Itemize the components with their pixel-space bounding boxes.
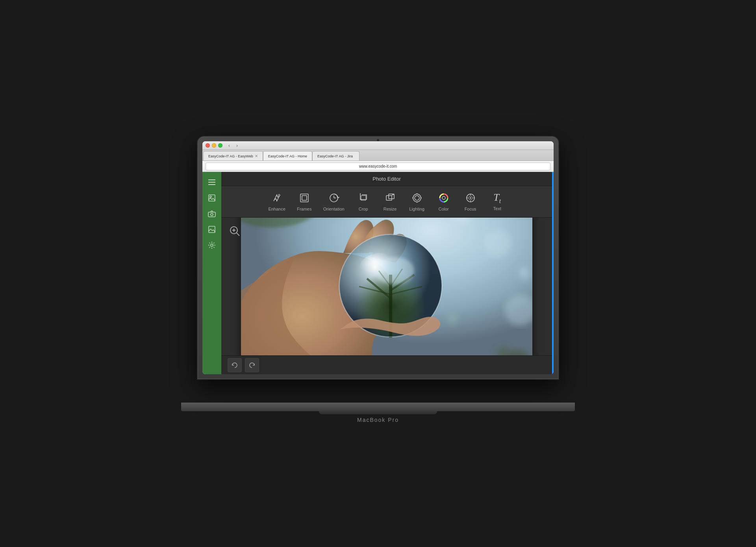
scene: ‹ › EasyCode-IT AG - EasyWeb ✕ EasyCode-… bbox=[161, 120, 595, 427]
tool-focus[interactable]: Focus bbox=[459, 190, 482, 214]
svg-point-58 bbox=[359, 253, 402, 285]
svg-point-43 bbox=[483, 229, 511, 257]
tool-orientation[interactable]: Orientation bbox=[319, 190, 348, 214]
back-button[interactable]: ‹ bbox=[226, 142, 233, 149]
undo-button[interactable] bbox=[228, 358, 242, 372]
browser-addressbar: www.easycode-it.com bbox=[202, 161, 554, 172]
app-sidebar bbox=[202, 172, 221, 374]
text-icon: Tt bbox=[493, 192, 501, 204]
sidebar-settings-icon[interactable] bbox=[205, 238, 219, 252]
close-button[interactable] bbox=[206, 143, 210, 148]
color-label: Color bbox=[438, 207, 448, 211]
svg-point-18 bbox=[415, 196, 419, 200]
photo-canvas bbox=[241, 218, 532, 355]
macbook-label: MacBook Pro bbox=[357, 417, 399, 423]
crop-label: Crop bbox=[359, 207, 368, 211]
focus-label: Focus bbox=[465, 207, 476, 211]
macbook-base bbox=[181, 403, 575, 411]
tool-resize[interactable]: Resize bbox=[378, 190, 402, 214]
svg-point-6 bbox=[211, 213, 213, 216]
focus-icon bbox=[465, 192, 476, 205]
orientation-label: Orientation bbox=[323, 207, 345, 211]
tab-label: EasyCode-IT AG - EasyWeb bbox=[208, 154, 253, 158]
resize-label: Resize bbox=[384, 207, 397, 211]
enhance-icon bbox=[271, 192, 282, 205]
tool-enhance[interactable]: Enhance bbox=[264, 190, 289, 214]
svg-rect-10 bbox=[302, 196, 307, 200]
svg-rect-1 bbox=[208, 182, 215, 183]
traffic-lights bbox=[206, 143, 222, 148]
svg-point-26 bbox=[470, 198, 471, 198]
svg-line-33 bbox=[237, 233, 239, 236]
editor-toolbar: Enhance bbox=[221, 186, 552, 218]
resize-icon bbox=[385, 192, 396, 205]
maximize-button[interactable] bbox=[218, 143, 222, 148]
macbook-lid: ‹ › EasyCode-IT AG - EasyWeb ✕ EasyCode-… bbox=[197, 136, 559, 380]
svg-point-17 bbox=[413, 194, 421, 202]
svg-rect-9 bbox=[300, 194, 308, 202]
crop-icon bbox=[358, 192, 369, 205]
sidebar-gallery-icon[interactable] bbox=[205, 191, 219, 205]
tab-label: EasyCode-IT AG - Home bbox=[268, 154, 307, 158]
right-panel-accent bbox=[552, 172, 554, 374]
frames-icon bbox=[299, 192, 310, 205]
svg-rect-15 bbox=[386, 196, 392, 200]
photo-editor: Photo Editor bbox=[221, 172, 552, 374]
tab-home[interactable]: EasyCode-IT AG - Home bbox=[263, 151, 312, 161]
browser-nav-buttons: ‹ › bbox=[226, 142, 241, 149]
tool-color[interactable]: Color bbox=[432, 190, 456, 214]
text-label: Text bbox=[493, 206, 501, 211]
sidebar-menu-icon[interactable] bbox=[205, 175, 219, 189]
sidebar-camera-icon[interactable] bbox=[205, 207, 219, 221]
svg-rect-7 bbox=[209, 226, 215, 233]
macbook-feet bbox=[319, 411, 437, 414]
svg-point-8 bbox=[211, 244, 213, 246]
photo-svg bbox=[241, 218, 532, 355]
tab-label: EasyCode-IT AG - Jira bbox=[317, 154, 354, 158]
svg-point-39 bbox=[489, 255, 528, 294]
editor-header: Photo Editor bbox=[221, 172, 552, 186]
browser-titlebar: ‹ › bbox=[202, 141, 554, 150]
tab-jira[interactable]: EasyCode-IT AG - Jira bbox=[312, 151, 359, 161]
tool-frames[interactable]: Frames bbox=[293, 190, 316, 214]
editor-footer bbox=[221, 355, 552, 374]
tab-close-icon[interactable]: ✕ bbox=[255, 154, 258, 158]
svg-point-24 bbox=[442, 196, 445, 200]
lighting-label: Lighting bbox=[409, 207, 424, 211]
lighting-icon bbox=[411, 192, 422, 205]
svg-rect-2 bbox=[208, 184, 215, 185]
macbook: ‹ › EasyCode-IT AG - EasyWeb ✕ EasyCode-… bbox=[181, 136, 575, 411]
redo-button[interactable] bbox=[245, 358, 259, 372]
forward-button[interactable]: › bbox=[233, 142, 241, 149]
frames-label: Frames bbox=[297, 207, 311, 211]
editor-canvas-area bbox=[221, 218, 552, 355]
svg-rect-3 bbox=[209, 195, 215, 201]
browser: ‹ › EasyCode-IT AG - EasyWeb ✕ EasyCode-… bbox=[202, 141, 554, 374]
enhance-label: Enhance bbox=[268, 207, 285, 211]
macbook-camera bbox=[377, 139, 379, 141]
url-text: www.easycode-it.com bbox=[359, 164, 397, 168]
tool-crop[interactable]: Crop bbox=[352, 190, 375, 214]
svg-rect-0 bbox=[208, 179, 215, 180]
svg-point-4 bbox=[210, 196, 211, 198]
browser-content: Photo Editor bbox=[202, 172, 554, 374]
address-bar[interactable]: www.easycode-it.com bbox=[206, 163, 550, 170]
macbook-screen-bezel: ‹ › EasyCode-IT AG - EasyWeb ✕ EasyCode-… bbox=[202, 141, 554, 374]
tab-easyweb[interactable]: EasyCode-IT AG - EasyWeb ✕ bbox=[203, 151, 263, 161]
minimize-button[interactable] bbox=[212, 143, 216, 148]
editor-title: Photo Editor bbox=[372, 176, 401, 182]
browser-tabs: EasyCode-IT AG - EasyWeb ✕ EasyCode-IT A… bbox=[202, 150, 554, 161]
orientation-icon bbox=[328, 192, 339, 205]
tool-text[interactable]: Tt Text bbox=[485, 190, 509, 213]
tool-lighting[interactable]: Lighting bbox=[405, 190, 429, 214]
sidebar-image-icon[interactable] bbox=[205, 222, 219, 237]
zoom-icon[interactable] bbox=[229, 225, 240, 239]
color-icon bbox=[438, 192, 449, 205]
svg-rect-5 bbox=[208, 212, 215, 217]
